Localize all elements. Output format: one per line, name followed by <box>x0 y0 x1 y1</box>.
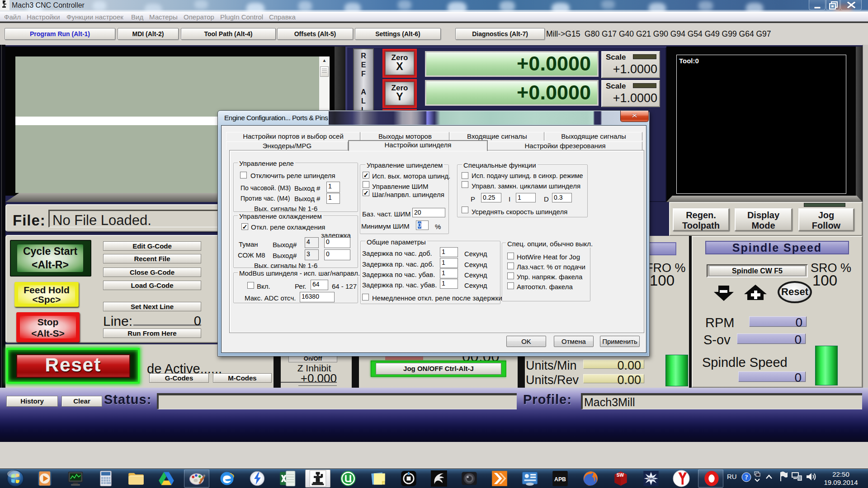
svg-text:SW: SW <box>617 473 624 478</box>
svg-text:APB: APB <box>554 476 566 483</box>
svg-text:TMC: TMC <box>647 477 655 481</box>
svg-text:?: ? <box>745 474 748 481</box>
